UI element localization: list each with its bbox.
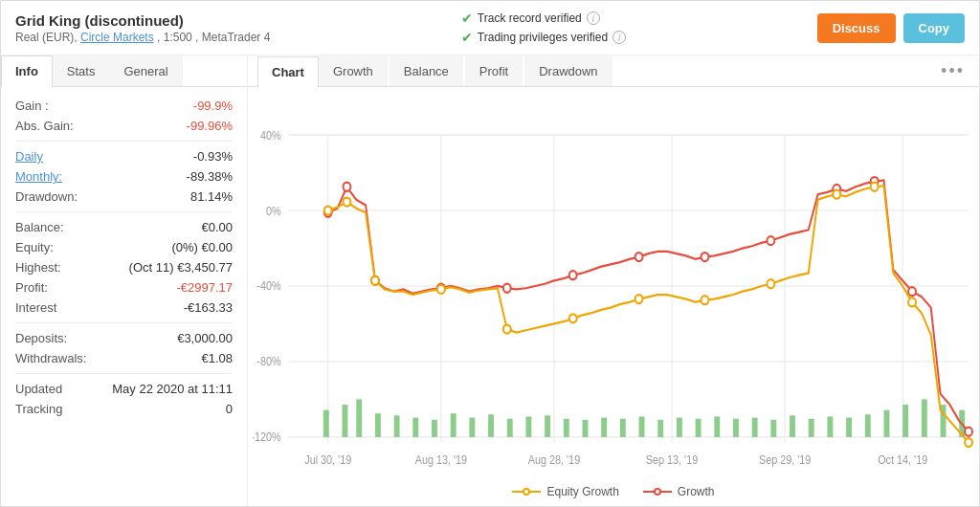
svg-point-69 bbox=[965, 428, 972, 436]
monthly-link[interactable]: Monthly: bbox=[15, 169, 62, 184]
svg-text:-80%: -80% bbox=[256, 355, 280, 368]
daily-link[interactable]: Daily bbox=[15, 149, 43, 164]
tab-general[interactable]: General bbox=[109, 55, 182, 86]
svg-rect-42 bbox=[696, 419, 702, 437]
svg-rect-46 bbox=[770, 420, 776, 437]
svg-text:-120%: -120% bbox=[253, 430, 281, 444]
drawdown-label: Drawdown: bbox=[15, 189, 78, 204]
svg-rect-39 bbox=[639, 416, 645, 436]
daily-value: -0.93% bbox=[193, 149, 233, 164]
track-record-verified: Track record verified bbox=[478, 11, 582, 25]
tab-info[interactable]: Info bbox=[1, 55, 53, 87]
svg-point-65 bbox=[767, 236, 774, 245]
svg-point-64 bbox=[702, 253, 709, 261]
svg-point-71 bbox=[343, 198, 350, 207]
svg-rect-34 bbox=[545, 415, 550, 437]
svg-rect-31 bbox=[488, 414, 494, 437]
svg-rect-25 bbox=[375, 413, 381, 437]
svg-rect-22 bbox=[323, 410, 329, 437]
copy-button[interactable]: Copy bbox=[903, 13, 966, 43]
svg-point-76 bbox=[635, 295, 643, 303]
trading-privileges-info-icon[interactable]: i bbox=[612, 31, 626, 44]
abs-gain-value: -99.96% bbox=[187, 119, 233, 133]
legend-equity: Equity Growth bbox=[512, 485, 618, 498]
chart-area: .axis-label { font-family: Arial, sans-s… bbox=[248, 87, 979, 480]
svg-point-75 bbox=[569, 314, 577, 322]
page-title: Grid King (discontinued) bbox=[15, 12, 270, 29]
svg-text:Jul 30, '19: Jul 30, '19 bbox=[304, 452, 351, 466]
svg-rect-30 bbox=[469, 418, 475, 437]
withdrawals-value: €1.08 bbox=[201, 351, 233, 365]
svg-point-70 bbox=[324, 207, 332, 215]
svg-rect-32 bbox=[507, 419, 513, 437]
interest-value: -€163.33 bbox=[184, 300, 233, 315]
interest-label: Interest bbox=[15, 300, 56, 315]
svg-rect-35 bbox=[564, 419, 569, 437]
svg-rect-29 bbox=[451, 413, 457, 437]
equity-value: (0%) €0.00 bbox=[171, 240, 233, 254]
chart-tab-profit[interactable]: Profit bbox=[465, 55, 523, 86]
svg-rect-45 bbox=[752, 418, 758, 437]
chart-tab-growth[interactable]: Growth bbox=[319, 55, 388, 86]
svg-text:Aug 28, '19: Aug 28, '19 bbox=[528, 452, 580, 466]
svg-point-72 bbox=[371, 276, 379, 285]
svg-text:Oct 14, '19: Oct 14, '19 bbox=[878, 452, 927, 466]
chart-more-icon[interactable]: ••• bbox=[936, 61, 969, 81]
daily-label: Daily bbox=[15, 149, 43, 164]
chart-svg: .axis-label { font-family: Arial, sans-s… bbox=[253, 92, 974, 480]
svg-rect-26 bbox=[394, 415, 400, 437]
svg-rect-53 bbox=[902, 405, 908, 437]
tab-stats[interactable]: Stats bbox=[53, 55, 110, 86]
svg-rect-24 bbox=[356, 399, 362, 436]
svg-rect-51 bbox=[865, 414, 871, 437]
svg-rect-50 bbox=[846, 418, 852, 437]
svg-text:40%: 40% bbox=[260, 128, 281, 142]
deposits-label: Deposits: bbox=[15, 331, 67, 345]
monthly-label: Monthly: bbox=[15, 169, 62, 184]
monthly-value: -89.38% bbox=[187, 169, 233, 184]
discuss-button[interactable]: Discuss bbox=[817, 13, 896, 43]
equity-label: Equity: bbox=[15, 240, 54, 254]
svg-text:Aug 13, '19: Aug 13, '19 bbox=[415, 452, 467, 466]
svg-rect-40 bbox=[657, 420, 663, 437]
gain-label: Gain : bbox=[15, 99, 49, 113]
svg-text:0%: 0% bbox=[266, 204, 281, 217]
svg-point-78 bbox=[767, 279, 774, 288]
updated-label: Updated bbox=[15, 382, 62, 396]
chart-tab-chart[interactable]: Chart bbox=[257, 56, 319, 87]
svg-rect-23 bbox=[343, 405, 348, 437]
profit-label: Profit: bbox=[15, 280, 48, 295]
chart-tab-balance[interactable]: Balance bbox=[390, 55, 463, 86]
updated-value: May 22 2020 at 11:11 bbox=[112, 382, 233, 396]
svg-rect-52 bbox=[884, 410, 890, 437]
legend-equity-label: Equity Growth bbox=[546, 485, 618, 498]
profit-value: -€2997.17 bbox=[176, 280, 233, 295]
circle-markets-link[interactable]: Circle Markets bbox=[80, 31, 154, 44]
svg-rect-54 bbox=[922, 399, 927, 436]
svg-rect-43 bbox=[714, 416, 720, 436]
svg-rect-49 bbox=[827, 416, 833, 436]
gain-value: -99.9% bbox=[193, 99, 233, 113]
chart-legend: Equity Growth Growth bbox=[248, 480, 979, 506]
tracking-value: 0 bbox=[226, 402, 233, 416]
svg-point-68 bbox=[908, 287, 916, 296]
svg-text:-40%: -40% bbox=[256, 279, 280, 293]
trading-privileges-verified: Trading privileges verified bbox=[478, 31, 608, 44]
legend-growth-label: Growth bbox=[678, 485, 715, 498]
chart-tab-drawdown[interactable]: Drawdown bbox=[524, 55, 612, 86]
svg-point-63 bbox=[635, 253, 643, 261]
svg-point-73 bbox=[437, 285, 445, 294]
track-record-info-icon[interactable]: i bbox=[587, 11, 600, 25]
svg-rect-36 bbox=[583, 420, 589, 437]
svg-rect-27 bbox=[412, 418, 418, 437]
svg-point-61 bbox=[503, 284, 511, 293]
svg-rect-44 bbox=[733, 419, 739, 437]
svg-point-81 bbox=[908, 298, 916, 306]
highest-value: (Oct 11) €3,450.77 bbox=[129, 260, 233, 275]
svg-rect-28 bbox=[432, 420, 437, 437]
withdrawals-label: Withdrawals: bbox=[15, 351, 86, 365]
tracking-label: Tracking bbox=[15, 402, 62, 416]
track-record-check-icon: ✔ bbox=[461, 11, 473, 26]
svg-rect-41 bbox=[677, 418, 682, 437]
svg-point-62 bbox=[569, 271, 577, 279]
